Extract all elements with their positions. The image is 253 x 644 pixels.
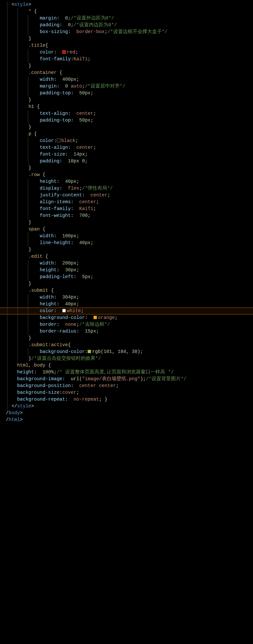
code-line[interactable]: } (0, 335, 253, 342)
code-line[interactable]: height: 30px; (0, 267, 253, 274)
code-line[interactable]: margin: 0 auto;/*设置居中对齐*/ (0, 83, 253, 90)
code-line[interactable]: padding: 10px 0; (0, 158, 253, 165)
code-line[interactable]: width: 400px; (0, 76, 253, 83)
code-line[interactable]: * { (0, 8, 253, 15)
code-line[interactable]: background-color: orange; (0, 314, 253, 321)
code-line[interactable]: } (0, 165, 253, 171)
code-line[interactable]: .row { (0, 171, 253, 178)
code-line[interactable]: span { (0, 226, 253, 233)
code-line[interactable]: border-radius: 15px; (0, 328, 253, 335)
code-line[interactable]: } (0, 219, 253, 226)
code-line[interactable]: text-align: center; (0, 110, 253, 117)
code-line[interactable]: } (0, 280, 253, 287)
code-line[interactable]: p { (0, 131, 253, 137)
code-line[interactable]: background-color:rgb(181, 184, 38); (0, 348, 253, 355)
code-line[interactable]: html, body { (0, 362, 253, 369)
code-line[interactable]: .submit { (0, 287, 253, 294)
code-line[interactable]: padding: 0;/*设置内边距为0*/ (0, 22, 253, 29)
code-line[interactable]: display: flex;/*弹性布局*/ (0, 185, 253, 192)
code-line[interactable]: font-family: KaiTi; (0, 205, 253, 212)
code-line[interactable]: .submit:active{ (0, 342, 253, 348)
code-line[interactable]: <style> (0, 1, 253, 8)
code-line[interactable]: font-family:KaiTi; (0, 56, 253, 63)
code-line[interactable]: } (0, 97, 253, 103)
code-line[interactable]: text-align: center; (0, 144, 253, 151)
code-line[interactable]: font-weight: 700; (0, 212, 253, 219)
code-line[interactable]: } (0, 63, 253, 69)
code-line[interactable]: justify-content: center; (0, 192, 253, 199)
code-line[interactable]: </style> (0, 403, 253, 410)
code-line[interactable]: font-size: 14px; (0, 151, 253, 158)
code-line[interactable]: }/*设置点击提交按钮时的效果*/ (0, 355, 253, 362)
code-line[interactable]: .edit { (0, 253, 253, 260)
code-line[interactable]: line-height: 40px; (0, 240, 253, 246)
code-line[interactable]: background-image: url("image/表白墙壁纸.png")… (0, 376, 253, 382)
code-line[interactable]: padding-top: 50px; (0, 117, 253, 124)
code-line[interactable]: color: red; (0, 49, 253, 56)
code-line[interactable]: height: 40px; (0, 301, 253, 308)
code-line[interactable]: color:black; (0, 137, 253, 144)
code-line[interactable]: /body> (0, 410, 253, 416)
code-line[interactable]: align-items: center; (0, 199, 253, 205)
code-line[interactable]: width: 304px; (0, 294, 253, 301)
code-line[interactable]: height: 100%;/* 设置整体页面高度,让页面和浏览器窗口一样高 */ (0, 369, 253, 376)
code-editor[interactable]: <style> * { margin: 0;/*设置外边距为0*/ paddin… (0, 1, 253, 423)
code-line[interactable]: height: 40px; (0, 178, 253, 185)
code-line[interactable]: background-size:cover; (0, 389, 253, 396)
code-line[interactable]: } (0, 124, 253, 131)
code-line[interactable]: width: 100px; (0, 233, 253, 240)
code-line[interactable]: padding-top: 50px; (0, 90, 253, 97)
code-line[interactable]: color: white; (0, 308, 253, 314)
code-line[interactable]: background-repeat: no-repeat; } (0, 396, 253, 403)
code-line[interactable]: background-position: center center; (0, 382, 253, 389)
code-line[interactable]: .title{ (0, 42, 253, 49)
code-line[interactable]: width: 200px; (0, 260, 253, 267)
code-line[interactable]: .container { (0, 69, 253, 76)
code-line[interactable]: border: none;/*去除边框*/ (0, 321, 253, 328)
code-line[interactable]: } (0, 246, 253, 253)
code-line[interactable]: box-sizing: border-box;/*设置边框不会撑大盒子*/ (0, 29, 253, 35)
code-line[interactable]: /html> (0, 416, 253, 423)
code-line[interactable]: padding-left: 5px; (0, 274, 253, 280)
code-line[interactable]: } (0, 35, 253, 42)
code-line[interactable]: h1 { (0, 103, 253, 110)
code-line[interactable]: margin: 0;/*设置外边距为0*/ (0, 15, 253, 22)
